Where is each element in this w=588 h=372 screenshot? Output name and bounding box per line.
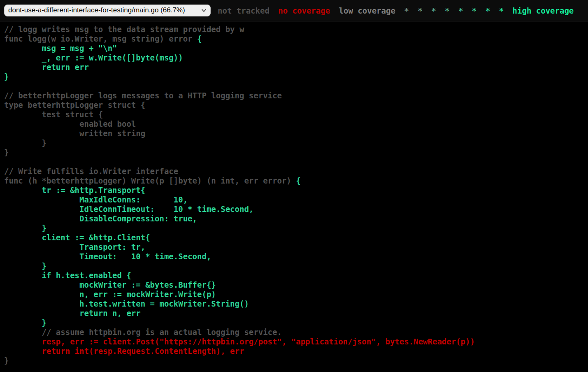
code-line: func (h *betterhttpLogger) Write(p []byt…: [4, 176, 301, 185]
code-line: }: [4, 318, 46, 327]
code-segment-cov8: msg = msg + "\n": [4, 44, 117, 53]
code-line: }: [4, 261, 46, 270]
code-line: type betterhttpLogger struct {: [4, 100, 145, 109]
code-segment-unt: // betterhttpLogger logs messages to a H…: [4, 91, 282, 100]
legend-item: *: [486, 6, 490, 15]
code-segment-cov8: Transport: tr,: [4, 242, 145, 251]
legend-item: *: [431, 6, 436, 15]
code-line: func logg(w io.Writer, msg string) error…: [4, 34, 202, 43]
code-line: // Write fulfills io.Writer interface: [4, 167, 178, 176]
code-segment-cov8: mockWriter := &bytes.Buffer{}: [4, 280, 216, 289]
code-line: resp, err := client.Post("https://httpbi…: [4, 337, 475, 346]
code-segment-unt: // logg writes msg to the data stream pr…: [4, 25, 244, 34]
code-line: enabled bool: [4, 119, 136, 128]
code-line: Timeout: 10 * time.Second,: [4, 252, 211, 261]
code-line: Transport: tr,: [4, 242, 145, 251]
code-segment-cov8: {: [197, 34, 202, 43]
code-line: // logg writes msg to the data stream pr…: [4, 25, 244, 34]
code-line: h.test.written = mockWriter.String(): [4, 299, 249, 308]
code-line: msg = msg + "\n": [4, 44, 117, 53]
legend-item: not tracked: [218, 6, 270, 15]
code-line: tr := &http.Transport{: [4, 186, 145, 195]
code-line: }: [4, 72, 9, 81]
code-line: mockWriter := &bytes.Buffer{}: [4, 280, 216, 289]
code-line: IdleConnTimeout: 10 * time.Second,: [4, 205, 253, 214]
code-line: n, err := mockWriter.Write(p): [4, 290, 216, 299]
code-segment-cov8: IdleConnTimeout: 10 * time.Second,: [4, 205, 253, 214]
legend-item: *: [445, 6, 449, 15]
code-line: // betterhttpLogger logs messages to a H…: [4, 91, 282, 100]
legend-item: *: [472, 6, 476, 15]
coverage-legend: not tracked no coverage low coverage * *…: [216, 6, 576, 15]
code-line: test struct {: [4, 110, 103, 119]
code-line: // assume httpbin.org is an actual loggi…: [4, 328, 282, 337]
code-segment-cov8: }: [4, 223, 46, 232]
code-segment-cov0: return int(resp.Request.ContentLength), …: [4, 346, 244, 356]
code-segment-cov8: if h.test.enabled {: [4, 271, 131, 280]
code-line: DisableCompression: true,: [4, 214, 197, 223]
legend-item: *: [404, 6, 409, 15]
code-segment-unt: }: [4, 356, 9, 365]
code-segment-cov8: return err: [4, 63, 89, 72]
legend-item: low coverage: [339, 6, 395, 15]
code-line: }: [4, 138, 46, 147]
code-segment-unt: type betterhttpLogger struct {: [4, 100, 145, 109]
code-segment-cov8: DisableCompression: true,: [4, 214, 197, 223]
code-line: if h.test.enabled {: [4, 271, 131, 280]
code-line: }: [4, 148, 9, 157]
code-segment-cov8: Timeout: 10 * time.Second,: [4, 252, 211, 261]
code-line: }: [4, 223, 46, 232]
code-segment-unt: enabled bool: [4, 119, 136, 128]
legend-item: *: [458, 6, 463, 15]
code-line: written string: [4, 129, 145, 138]
code-segment-unt: // Write fulfills io.Writer interface: [4, 167, 178, 176]
code-segment-cov8: {: [296, 176, 300, 185]
code-segment-cov8: return n, err: [4, 309, 141, 318]
code-segment-cov8: h.test.written = mockWriter.String(): [4, 299, 249, 308]
code-segment-unt: test struct {: [4, 110, 103, 119]
code-segment-unt: func (h *betterhttpLogger) Write(p []byt…: [4, 176, 296, 185]
source-code: // logg writes msg to the data stream pr…: [0, 21, 588, 365]
code-line: MaxIdleConns: 10,: [4, 195, 188, 204]
file-select[interactable]: dont-use-a-different-interface-for-testi…: [4, 5, 211, 16]
code-segment-unt: // assume httpbin.org is an actual loggi…: [4, 328, 282, 337]
code-segment-cov8: tr := &http.Transport{: [4, 186, 145, 195]
file-select-wrapper: dont-use-a-different-interface-for-testi…: [4, 5, 211, 16]
code-segment-unt: }: [4, 148, 9, 157]
code-segment-cov8: n, err := mockWriter.Write(p): [4, 290, 216, 299]
code-line: return err: [4, 63, 89, 72]
code-segment-cov8: }: [4, 72, 9, 81]
topbar: dont-use-a-different-interface-for-testi…: [0, 0, 588, 21]
code-line: return n, err: [4, 309, 141, 318]
code-segment-cov8: }: [4, 318, 46, 327]
code-line: _, err := w.Write([]byte(msg)): [4, 53, 183, 62]
code-segment-unt: written string: [4, 129, 145, 138]
legend-item: no coverage: [278, 6, 330, 15]
code-segment-cov0: resp, err := client.Post("https://httpbi…: [4, 337, 475, 346]
legend-item: high coverage: [513, 6, 574, 15]
code-line: client := &http.Client{: [4, 233, 150, 242]
legend-item: *: [499, 6, 504, 15]
code-segment-cov8: _, err := w.Write([]byte(msg)): [4, 53, 183, 62]
code-segment-cov8: MaxIdleConns: 10,: [4, 195, 188, 204]
code-line: }: [4, 356, 9, 365]
code-segment-unt: func logg(w io.Writer, msg string) error: [4, 34, 197, 43]
code-segment-cov8: client := &http.Client{: [4, 233, 150, 242]
code-segment-unt: }: [4, 138, 46, 147]
legend-item: *: [418, 6, 422, 15]
code-line: return int(resp.Request.ContentLength), …: [4, 346, 244, 356]
code-segment-cov8: }: [4, 261, 46, 270]
